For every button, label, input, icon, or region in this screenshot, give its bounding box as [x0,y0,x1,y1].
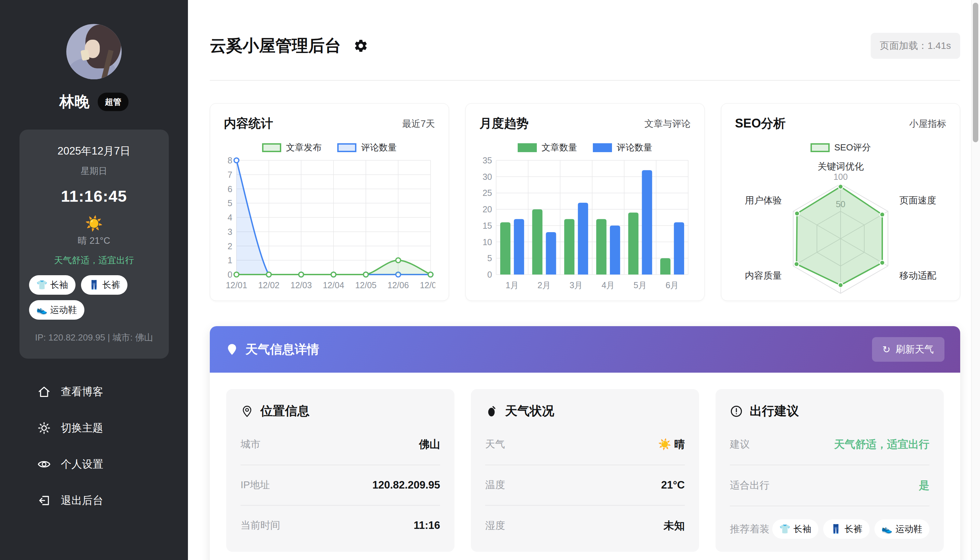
legend-label: 评论数量 [617,142,652,153]
weather-section-title: 天气信息详情 [245,341,319,358]
svg-text:0: 0 [228,270,233,279]
svg-text:15: 15 [482,221,492,230]
sun-emoji: ☀️ [29,215,159,232]
jeans-emoji: 👖 [88,280,100,290]
date-text: 2025年12月7日 [29,144,159,158]
weather-section-header: 天气信息详情 ↻ 刷新天气 [210,326,960,373]
sidebar-item-view-blog[interactable]: 查看博客 [38,385,188,399]
legend-label: 文章数量 [541,142,577,153]
chip-label: 长裤 [102,279,120,291]
row-label: 湿度 [485,519,505,533]
chip-label: 运动鞋 [50,304,77,316]
legend-swatch [811,143,830,152]
sidebar-item-label: 查看博客 [61,385,103,399]
legend-swatch [262,143,281,152]
chart-legend: 文章数量评论数量 [518,142,652,153]
legend-item[interactable]: SEO评分 [811,142,871,153]
sidebar-item-label: 个人设置 [61,457,103,472]
sidebar-item-toggle-theme[interactable]: 切换主题 [38,421,188,435]
svg-text:5: 5 [228,198,233,208]
legend-item[interactable]: 评论数量 [337,142,397,153]
card-title: SEO分析 [735,115,786,132]
legend-label: 评论数量 [361,142,397,153]
svg-text:页面速度: 页面速度 [899,195,936,205]
legend-item[interactable]: 文章数量 [518,142,577,153]
chip-label: 长袖 [50,279,68,291]
row-label: 天气 [485,438,505,451]
svg-text:5月: 5月 [633,280,647,290]
clothing-chip: 👖长裤 [81,275,128,295]
chart-legend: SEO评分 [811,142,871,153]
clothing-chip: 👖长裤 [823,519,869,539]
sneaker-emoji: 👟 [882,524,892,534]
clothing-chips: 👕长袖 👖长裤 👟运动鞋 [29,275,159,320]
sidebar-item-label: 退出后台 [61,493,103,508]
load-time-badge: 页面加载：1.41s [870,33,960,59]
pin-outline-icon [241,405,254,418]
weekday-text: 星期日 [29,165,159,177]
weather-card-title: 位置信息 [261,403,310,420]
card-title: 月度趋势 [479,115,528,132]
weather-detail-section: 天气信息详情 ↻ 刷新天气 位置信息 城市 佛山 IP地址 120.82.209… [210,326,960,560]
svg-text:100: 100 [834,172,848,182]
role-badge: 超管 [98,93,128,111]
legend-swatch [337,143,356,152]
sidebar-item-profile-settings[interactable]: 个人设置 [38,457,188,472]
svg-text:8: 8 [228,155,233,165]
svg-text:4月: 4月 [601,280,615,290]
weather-card-title: 天气状况 [505,403,554,420]
thermometer-icon [485,405,498,418]
svg-text:12/04: 12/04 [323,280,344,290]
header-divider [210,80,960,81]
row-value: 21°C [661,479,685,491]
tshirt-emoji: 👕 [37,280,48,290]
tshirt-emoji: 👕 [779,524,791,534]
clothing-chip: 👟运动鞋 [874,519,929,539]
legend-item[interactable]: 评论数量 [593,142,652,153]
main-content: 云奚小屋管理后台 页面加载：1.41s 内容统计 最近7天 文章发布评论数量01… [188,0,980,560]
svg-text:10: 10 [482,237,492,247]
svg-text:12/05: 12/05 [355,280,377,290]
avatar[interactable] [66,24,122,79]
content-stats-card: 内容统计 最近7天 文章发布评论数量01234567812/0112/0212/… [210,103,449,301]
sidebar-item-label: 切换主题 [61,421,103,435]
row-label: 城市 [241,438,261,451]
legend-item[interactable]: 文章发布 [262,142,322,153]
recommended-outfit-chips: 👕长袖 👖长裤 👟运动鞋 [772,519,929,539]
scrollbar-thumb[interactable] [973,3,978,142]
home-icon [38,385,51,398]
gear-icon[interactable] [353,38,368,53]
ip-city-text: IP: 120.82.209.95 | 城市: 佛山 [29,331,159,344]
row-value: 120.82.209.95 [372,479,440,491]
alert-circle-icon [730,405,743,418]
svg-text:移动适配: 移动适配 [899,270,936,281]
refresh-label: 刷新天气 [895,343,934,356]
logout-icon [38,494,51,507]
row-label: 适合出行 [730,478,769,492]
sidebar: 林晚 超管 2025年12月7日 星期日 11:16:45 ☀️ 晴 21°C … [0,0,188,560]
clothing-chip: 👕长袖 [772,519,818,539]
legend-swatch [593,143,612,152]
row-value: 未知 [664,518,685,533]
weather-summary: 晴 21°C [29,235,159,247]
svg-text:6: 6 [228,184,233,194]
chip-label: 长袖 [794,523,811,535]
legend-label: 文章发布 [286,142,322,153]
info-row: 城市 佛山 [241,424,440,465]
row-value: 是 [919,478,929,493]
chart-cards-row: 内容统计 最近7天 文章发布评论数量01234567812/0112/0212/… [210,103,960,301]
content-stats-line-chart: 文章发布评论数量01234567812/0112/0212/0312/0412/… [224,137,435,292]
info-row: 天气 ☀️ 晴 [485,424,685,465]
card-subtitle: 文章与评论 [644,118,691,130]
weather-card-title: 出行建议 [750,403,799,420]
svg-text:2月: 2月 [538,280,551,290]
chart-legend: 文章发布评论数量 [262,142,397,153]
info-card: 2025年12月7日 星期日 11:16:45 ☀️ 晴 21°C 天气舒适，适… [20,130,169,358]
page-header: 云奚小屋管理后台 页面加载：1.41s [210,33,960,59]
info-row: 湿度 未知 [485,506,685,546]
row-label: 当前时间 [241,518,280,532]
refresh-weather-button[interactable]: ↻ 刷新天气 [872,337,945,362]
svg-text:关键词优化: 关键词优化 [818,162,864,172]
row-label: 建议 [730,438,750,451]
sidebar-item-logout[interactable]: 退出后台 [38,493,188,508]
